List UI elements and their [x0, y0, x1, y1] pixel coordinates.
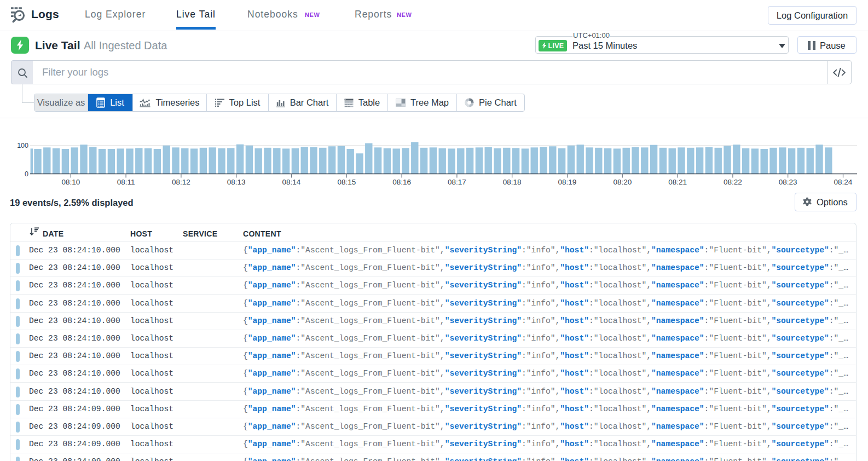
svg-text:08:15: 08:15 — [337, 178, 356, 186]
svg-text:08:10: 08:10 — [61, 178, 80, 186]
svg-text:08:21: 08:21 — [668, 178, 687, 186]
svg-text:08:19: 08:19 — [558, 178, 577, 186]
svg-text:08:17: 08:17 — [448, 178, 466, 186]
svg-text:08:14: 08:14 — [282, 178, 301, 186]
svg-text:08:23: 08:23 — [779, 178, 797, 186]
svg-text:08:11: 08:11 — [117, 178, 135, 186]
svg-text:08:20: 08:20 — [613, 178, 632, 186]
svg-text:08:24: 08:24 — [834, 178, 853, 186]
svg-text:08:16: 08:16 — [392, 178, 411, 186]
svg-text:100: 100 — [17, 142, 28, 149]
svg-text:08:12: 08:12 — [172, 178, 190, 186]
svg-text:08:22: 08:22 — [724, 178, 742, 186]
svg-text:08:18: 08:18 — [503, 178, 522, 186]
svg-text:0: 0 — [25, 170, 28, 178]
svg-text:08:13: 08:13 — [227, 178, 246, 186]
